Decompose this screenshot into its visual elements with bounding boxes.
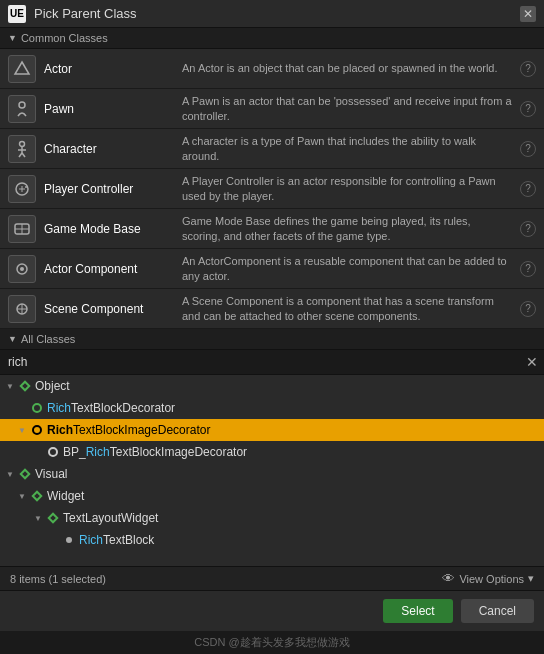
gamemodebase-desc: Game Mode Base defines the game being pl…	[182, 214, 512, 243]
class-row-playercontroller[interactable]: Player Controller A Player Controller is…	[0, 169, 544, 209]
node-icon-richtextblock	[62, 533, 76, 547]
svg-marker-0	[15, 62, 29, 74]
view-options-button[interactable]: 👁 View Options ▾	[442, 571, 534, 586]
playercontroller-icon	[8, 175, 36, 203]
tree-label-object: Object	[35, 379, 70, 393]
tree-item-textlayoutwidget[interactable]: ▼ TextLayoutWidget	[0, 507, 544, 529]
scenecomponent-name: Scene Component	[44, 302, 174, 316]
expander-richtextblock	[48, 534, 60, 546]
node-icon-object	[18, 379, 32, 393]
title-bar-left: UE Pick Parent Class	[8, 5, 137, 23]
actor-icon	[8, 55, 36, 83]
gamemodebase-info-icon[interactable]: ?	[520, 221, 536, 237]
character-name: Character	[44, 142, 174, 156]
search-bar: ✕	[0, 350, 544, 375]
search-clear-button[interactable]: ✕	[526, 355, 538, 369]
gamemodebase-icon	[8, 215, 36, 243]
class-row-pawn[interactable]: Pawn A Pawn is an actor that can be 'pos…	[0, 89, 544, 129]
svg-point-15	[20, 267, 24, 271]
tree-item-bp-richtextblockimagedecorator[interactable]: BP_RichTextBlockImageDecorator	[0, 441, 544, 463]
tree-item-visual[interactable]: ▼ Visual	[0, 463, 544, 485]
expander-object: ▼	[4, 380, 16, 392]
playercontroller-info-icon[interactable]: ?	[520, 181, 536, 197]
actor-desc: An Actor is an object that can be placed…	[182, 61, 512, 75]
character-icon	[8, 135, 36, 163]
expander-textlayoutwidget: ▼	[32, 512, 44, 524]
expander-bp	[32, 446, 44, 458]
cancel-button[interactable]: Cancel	[461, 599, 534, 623]
tree-label-widget: Widget	[47, 489, 84, 503]
gamemodebase-name: Game Mode Base	[44, 222, 174, 236]
pawn-name: Pawn	[44, 102, 174, 116]
all-classes-collapse-icon: ▼	[8, 334, 17, 344]
tree-list: ▼ Object RichTextBlockDecorator ▼	[0, 375, 544, 566]
watermark: CSDN @趁着头发多我想做游戏	[0, 631, 544, 654]
svg-line-6	[22, 153, 25, 157]
scenecomponent-desc: A Scene Component is a component that ha…	[182, 294, 512, 323]
footer: Select Cancel	[0, 590, 544, 631]
svg-point-1	[19, 102, 25, 108]
common-classes-label: Common Classes	[21, 32, 108, 44]
expander-widget: ▼	[16, 490, 28, 502]
tree-item-richtextblockdecorator[interactable]: RichTextBlockDecorator	[0, 397, 544, 419]
expander-richtextblockdecorator	[16, 402, 28, 414]
collapse-icon: ▼	[8, 33, 17, 43]
node-icon-textlayoutwidget	[46, 511, 60, 525]
class-row-gamemodebase[interactable]: Game Mode Base Game Mode Base defines th…	[0, 209, 544, 249]
close-button[interactable]: ✕	[520, 6, 536, 22]
node-icon-richtextblockdecorator	[30, 401, 44, 415]
tree-item-object[interactable]: ▼ Object	[0, 375, 544, 397]
tree-label-richtextblockimagedecorator: RichTextBlockImageDecorator	[47, 423, 210, 437]
tree-label-textlayoutwidget: TextLayoutWidget	[63, 511, 158, 525]
actor-name: Actor	[44, 62, 174, 76]
view-options-label: View Options	[459, 573, 524, 585]
playercontroller-name: Player Controller	[44, 182, 174, 196]
node-icon-richtextblockimagedecorator	[30, 423, 44, 437]
class-row-actor[interactable]: Actor An Actor is an object that can be …	[0, 49, 544, 89]
search-input[interactable]	[6, 353, 522, 371]
actorcomponent-icon	[8, 255, 36, 283]
tree-label-richtextblock: RichTextBlock	[79, 533, 154, 547]
select-button[interactable]: Select	[383, 599, 452, 623]
tree-label-richtextblockdecorator: RichTextBlockDecorator	[47, 401, 175, 415]
pawn-desc: A Pawn is an actor that can be 'possesse…	[182, 94, 512, 123]
node-icon-visual	[18, 467, 32, 481]
all-classes-header: ▼ All Classes	[0, 329, 544, 350]
tree-label-bp: BP_RichTextBlockImageDecorator	[63, 445, 247, 459]
pawn-info-icon[interactable]: ?	[520, 101, 536, 117]
expander-visual: ▼	[4, 468, 16, 480]
node-icon-bp	[46, 445, 60, 459]
character-desc: A character is a type of Pawn that inclu…	[182, 134, 512, 163]
dialog-title: Pick Parent Class	[34, 6, 137, 21]
title-bar: UE Pick Parent Class ✕	[0, 0, 544, 28]
svg-point-2	[20, 141, 25, 146]
tree-label-visual: Visual	[35, 467, 67, 481]
all-classes-section: ▼ All Classes ✕ ▼ Object	[0, 329, 544, 590]
common-classes-header: ▼ Common Classes	[0, 28, 544, 49]
status-bar: 8 items (1 selected) 👁 View Options ▾	[0, 566, 544, 590]
tree-item-widget[interactable]: ▼ Widget	[0, 485, 544, 507]
actorcomponent-name: Actor Component	[44, 262, 174, 276]
all-classes-label: All Classes	[21, 333, 75, 345]
class-row-character[interactable]: Character A character is a type of Pawn …	[0, 129, 544, 169]
status-text: 8 items (1 selected)	[10, 573, 106, 585]
tree-item-richtextblockimagedecorator[interactable]: ▼ RichTextBlockImageDecorator	[0, 419, 544, 441]
actorcomponent-info-icon[interactable]: ?	[520, 261, 536, 277]
svg-point-10	[25, 186, 27, 188]
view-options-chevron-icon: ▾	[528, 572, 534, 585]
expander-richtextblockimagedecorator: ▼	[16, 424, 28, 436]
node-icon-widget	[30, 489, 44, 503]
character-info-icon[interactable]: ?	[520, 141, 536, 157]
class-row-actorcomponent[interactable]: Actor Component An ActorComponent is a r…	[0, 249, 544, 289]
actor-info-icon[interactable]: ?	[520, 61, 536, 77]
scenecomponent-icon	[8, 295, 36, 323]
tree-item-richtextblock[interactable]: RichTextBlock	[0, 529, 544, 551]
ue-logo-icon: UE	[8, 5, 26, 23]
eye-icon: 👁	[442, 571, 455, 586]
class-row-scenecomponent[interactable]: Scene Component A Scene Component is a c…	[0, 289, 544, 329]
common-classes-section: ▼ Common Classes Actor An Actor is an ob…	[0, 28, 544, 329]
scenecomponent-info-icon[interactable]: ?	[520, 301, 536, 317]
pawn-icon	[8, 95, 36, 123]
actorcomponent-desc: An ActorComponent is a reusable componen…	[182, 254, 512, 283]
main-container: ▼ Common Classes Actor An Actor is an ob…	[0, 28, 544, 654]
